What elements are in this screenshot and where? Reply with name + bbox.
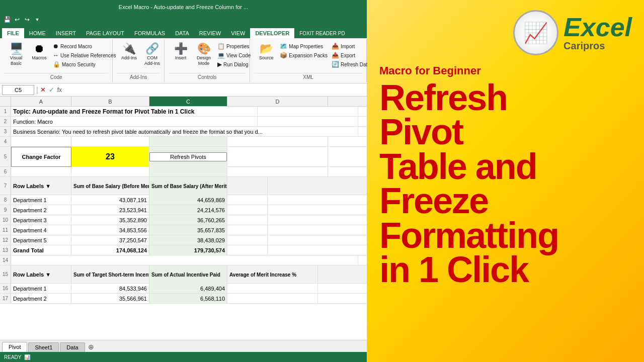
cell-a16[interactable]: Department 1: [11, 284, 71, 293]
cell-c8[interactable]: 44,659,869: [149, 195, 227, 205]
export-button[interactable]: 📤 Export: [330, 51, 372, 59]
cell-b10[interactable]: 35,352,890: [71, 215, 149, 225]
cell-a11[interactable]: Department 4: [11, 225, 71, 235]
cell-b4[interactable]: [71, 137, 149, 146]
refresh-data-button[interactable]: 🔄 Refresh Data: [330, 60, 372, 68]
cell-a8[interactable]: Department 1: [11, 195, 71, 205]
sheet-tab-sheet1[interactable]: Sheet1: [28, 342, 59, 352]
cell-d6[interactable]: [227, 167, 328, 176]
col-header-b[interactable]: B: [71, 97, 149, 106]
cell-d7[interactable]: [227, 177, 268, 195]
cell-d4[interactable]: [227, 137, 328, 146]
cell-c5-refresh[interactable]: Refresh Pivots: [149, 147, 227, 167]
sheet-tab-data[interactable]: Data: [60, 342, 85, 352]
cancel-formula-icon[interactable]: ✕: [40, 86, 46, 94]
cell-a14[interactable]: [11, 255, 358, 265]
cell-a17[interactable]: Department 2: [11, 294, 71, 303]
tab-foxit[interactable]: FOXIT READER PD: [294, 29, 350, 38]
macros-button[interactable]: ⏺ Macros: [28, 42, 50, 62]
formula-input[interactable]: [64, 85, 365, 95]
com-add-ins-button[interactable]: 🔗 COMAdd-Ins: [141, 42, 163, 67]
properties-button[interactable]: 📋 Properties: [216, 42, 252, 50]
add-ins-button[interactable]: 🔌 Add-Ins: [118, 42, 140, 62]
source-button[interactable]: 📂 Source: [255, 42, 277, 62]
tab-developer[interactable]: DEVELOPER: [250, 28, 294, 38]
cell-c12[interactable]: 38,438,029: [149, 235, 227, 245]
cell-c10[interactable]: 36,760,265: [149, 215, 227, 225]
cell-c16[interactable]: 6,489,404: [149, 284, 227, 293]
cell-d10[interactable]: [227, 215, 268, 225]
cell-a6[interactable]: [11, 167, 71, 176]
cell-c13[interactable]: 179,730,574: [149, 245, 227, 255]
cell-c6[interactable]: [149, 167, 227, 176]
visual-basic-button[interactable]: 🖥️ VisualBasic: [5, 42, 27, 67]
import-button[interactable]: 📥 Import: [330, 42, 372, 50]
cell-c11[interactable]: 35,657,835: [149, 225, 227, 235]
cell-b12[interactable]: 37,250,547: [71, 235, 149, 245]
cell-c17[interactable]: 6,568,110: [149, 294, 227, 303]
cell-d12[interactable]: [227, 235, 268, 245]
confirm-formula-icon[interactable]: ✓: [49, 86, 54, 94]
add-sheet-button[interactable]: ⊕: [86, 342, 96, 352]
refresh-pivots-button[interactable]: Refresh Pivots: [149, 152, 227, 161]
cell-d13[interactable]: [227, 245, 268, 255]
tab-page-layout[interactable]: PAGE LAYOUT: [81, 28, 129, 38]
cell-d8[interactable]: [227, 195, 268, 205]
cell-b5-value[interactable]: 23: [71, 147, 149, 167]
tab-file[interactable]: FILE: [2, 28, 24, 38]
expansion-packs-button[interactable]: 📦 Expansion Packs: [278, 51, 329, 59]
cell-a9[interactable]: Department 2: [11, 205, 71, 215]
cell-a5-change-factor[interactable]: Change Factor: [11, 147, 71, 167]
cell-reference-box[interactable]: [2, 85, 34, 95]
cell-d1[interactable]: [258, 107, 358, 116]
cell-d2[interactable]: [258, 117, 358, 126]
tab-home[interactable]: HOME: [24, 28, 51, 38]
sheet-tab-pivot[interactable]: Pivot: [2, 342, 27, 352]
tab-insert[interactable]: INSERT: [51, 28, 81, 38]
cell-c9[interactable]: 24,214,576: [149, 205, 227, 215]
insert-button[interactable]: ➕ Insert: [170, 42, 192, 62]
redo-icon[interactable]: ↪: [23, 16, 31, 24]
cell-d11[interactable]: [227, 225, 268, 235]
cell-c7[interactable]: Sum of Base Salary (After Merit Increase…: [149, 177, 227, 195]
macro-security-button[interactable]: 🔒 Macro Security: [51, 60, 118, 68]
tab-review[interactable]: REVIEW: [194, 28, 226, 38]
cell-a7[interactable]: Row Labels ▼: [11, 177, 71, 195]
cell-a1[interactable]: Topic: Auto-update and Freeze Format for…: [11, 107, 258, 116]
tab-view[interactable]: VIEW: [226, 28, 250, 38]
insert-function-icon[interactable]: fx: [57, 86, 62, 94]
cell-d5[interactable]: [227, 147, 328, 167]
run-dialog-button[interactable]: ▶ Run Dialog: [216, 60, 252, 68]
col-header-c[interactable]: C: [149, 97, 227, 106]
design-mode-button[interactable]: 🎨 DesignMode: [193, 42, 215, 67]
tab-data[interactable]: DATA: [170, 28, 194, 38]
map-properties-button[interactable]: 🗺️ Map Properties: [278, 42, 329, 50]
cell-a15[interactable]: Row Labels ▼: [11, 265, 71, 284]
cell-c4[interactable]: [149, 137, 227, 146]
tab-formulas[interactable]: FORMULAS: [129, 28, 170, 38]
cell-b8[interactable]: 43,087,191: [71, 195, 149, 205]
cell-b13[interactable]: 174,068,124: [71, 245, 149, 255]
save-icon[interactable]: 💾: [3, 16, 11, 24]
cell-a4[interactable]: [11, 137, 71, 146]
cell-d15[interactable]: Average of Merit Increase %: [227, 265, 318, 284]
cell-a2[interactable]: Function: Macro: [11, 117, 258, 126]
cell-d17[interactable]: [227, 294, 318, 303]
cell-b7[interactable]: Sum of Base Salary (Before Merit Increas…: [71, 177, 149, 195]
cell-c15[interactable]: Sum of Actual Incentive Paid: [149, 265, 227, 284]
cell-a3[interactable]: Business Scenario: You need to refresh p…: [11, 127, 358, 136]
cell-b6[interactable]: [71, 167, 149, 176]
cell-b15[interactable]: Sum of Target Short-term Incentive: [71, 265, 149, 284]
cell-a13[interactable]: Grand Total: [11, 245, 71, 255]
cell-d9[interactable]: [227, 205, 268, 215]
dropdown-icon[interactable]: ▼: [33, 16, 41, 24]
cell-d16[interactable]: [227, 284, 318, 293]
col-header-d[interactable]: D: [227, 97, 328, 106]
undo-icon[interactable]: ↩: [13, 16, 21, 24]
use-relative-references-button[interactable]: ↔ Use Relative References: [51, 51, 118, 59]
col-header-a[interactable]: A: [11, 97, 71, 106]
cell-b11[interactable]: 34,853,556: [71, 225, 149, 235]
view-code-button[interactable]: 💻 View Code: [216, 51, 252, 59]
cell-b9[interactable]: 23,523,941: [71, 205, 149, 215]
cell-a12[interactable]: Department 5: [11, 235, 71, 245]
